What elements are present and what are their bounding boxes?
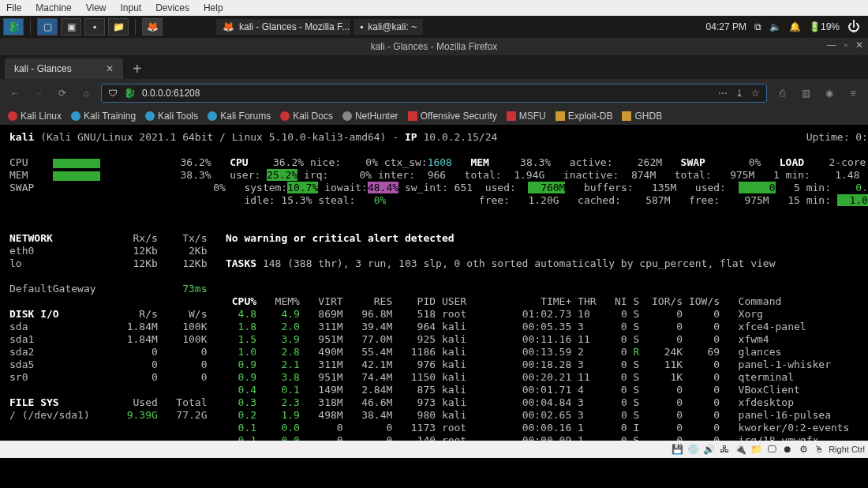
url-text: 0.0.0.0:61208 bbox=[142, 88, 200, 99]
account-icon[interactable]: ◉ bbox=[821, 88, 838, 99]
vbox-shared-folder-icon[interactable]: 📁 bbox=[750, 443, 762, 456]
forward-button[interactable]: → bbox=[30, 88, 47, 99]
vbox-status-bar: 💾 💿 🔊 🖧 🔌 📁 🖵 ⏺ ⚙ 🖱 Right Ctrl bbox=[0, 441, 868, 458]
window-title: kali - Glances - Mozilla Firefox bbox=[371, 41, 498, 52]
browser-toolbar: ← → ⟳ ⌂ 🛡 🐉 0.0.0.0:61208 ⋯ ⤓ ☆ ⎙ ▥ ◉ ≡ bbox=[0, 79, 868, 107]
reload-button[interactable]: ⟳ bbox=[54, 88, 71, 99]
tab-label: kali - Glances bbox=[14, 63, 72, 74]
glances-page: kali (Kali GNU/Linux 2021.1 64bit / Linu… bbox=[0, 125, 868, 441]
shield-icon[interactable]: 🛡 bbox=[108, 88, 118, 99]
maximize-button[interactable]: ▫ bbox=[844, 39, 847, 51]
bookmark-star-icon[interactable]: ☆ bbox=[751, 88, 760, 99]
vbox-host-key: Right Ctrl bbox=[829, 445, 865, 454]
close-button[interactable]: ✕ bbox=[855, 39, 863, 51]
save-pocket-icon[interactable]: ⤓ bbox=[735, 88, 743, 99]
kali-top-panel: 🐉 ▢ ▣ ▪ 📁 🦊 🦊 kali - Glances - Mozilla F… bbox=[0, 16, 868, 38]
bookmark-offensive-security[interactable]: Offensive Security bbox=[408, 111, 497, 122]
vbox-mouse-icon[interactable]: 🖱 bbox=[813, 443, 825, 456]
battery-icon[interactable]: 🔋19% bbox=[809, 21, 840, 32]
panel-workspace-2[interactable]: ▣ bbox=[61, 18, 81, 36]
bookmark-exploit-db[interactable]: Exploit-DB bbox=[556, 111, 613, 122]
vbox-usb-icon[interactable]: 🔌 bbox=[734, 443, 746, 456]
vbox-optical-icon[interactable]: 💿 bbox=[687, 443, 699, 456]
vbox-hdd-icon[interactable]: 💾 bbox=[671, 443, 683, 456]
page-actions-icon[interactable]: ⋯ bbox=[718, 88, 728, 99]
back-button[interactable]: ← bbox=[6, 88, 24, 99]
browser-tab[interactable]: kali - Glances ✕ bbox=[5, 58, 123, 79]
taskbar-item-terminal[interactable]: ▪ kali@kali: ~ bbox=[354, 19, 423, 35]
menu-input[interactable]: Input bbox=[121, 2, 142, 13]
minimize-button[interactable]: — bbox=[827, 39, 836, 51]
vbox-menu-bar: File Machine View Input Devices Help bbox=[0, 0, 868, 16]
clock[interactable]: 04:27 PM bbox=[706, 21, 746, 32]
vbox-recording-icon[interactable]: ⏺ bbox=[781, 443, 794, 456]
black-border bbox=[0, 458, 868, 488]
bookmarks-toolbar: Kali Linux Kali Training Kali Tools Kali… bbox=[0, 107, 868, 125]
vbox-display-icon[interactable]: 🖵 bbox=[765, 443, 778, 456]
menu-machine[interactable]: Machine bbox=[36, 2, 71, 13]
home-button[interactable]: ⌂ bbox=[77, 88, 95, 99]
bookmark-msfu[interactable]: MSFU bbox=[507, 111, 546, 122]
display-icon[interactable]: ⧉ bbox=[754, 21, 761, 32]
menu-view[interactable]: View bbox=[86, 2, 107, 13]
tab-close-icon[interactable]: ✕ bbox=[106, 63, 114, 74]
panel-firefox-icon[interactable]: 🦊 bbox=[142, 18, 163, 36]
panel-terminal-icon[interactable]: ▪ bbox=[84, 18, 105, 36]
notifications-icon[interactable]: 🔔 bbox=[789, 21, 801, 32]
new-tab-button[interactable]: + bbox=[128, 60, 147, 78]
bookmark-kali-docs[interactable]: Kali Docs bbox=[280, 111, 333, 122]
menu-file[interactable]: File bbox=[6, 2, 21, 13]
panel-workspace-1[interactable]: ▢ bbox=[37, 18, 58, 36]
bookmark-ghdb[interactable]: GHDB bbox=[622, 111, 662, 122]
bookmark-kali-training[interactable]: Kali Training bbox=[71, 111, 136, 122]
menu-devices[interactable]: Devices bbox=[155, 2, 189, 13]
site-info-icon[interactable]: 🐉 bbox=[124, 88, 136, 99]
menu-icon[interactable]: ≡ bbox=[844, 88, 862, 99]
lock-icon[interactable]: ⏻ bbox=[847, 20, 860, 34]
bookmark-kali-tools[interactable]: Kali Tools bbox=[145, 111, 198, 122]
audio-icon[interactable]: 🔈 bbox=[769, 21, 781, 32]
browser-tab-bar: kali - Glances ✕ + bbox=[0, 55, 868, 79]
menu-help[interactable]: Help bbox=[204, 2, 223, 13]
address-bar[interactable]: 🛡 🐉 0.0.0.0:61208 ⋯ ⤓ ☆ bbox=[101, 84, 767, 103]
bookmark-nethunter[interactable]: NetHunter bbox=[342, 111, 398, 122]
sidebar-icon[interactable]: ▥ bbox=[797, 88, 814, 99]
kali-logo-icon[interactable]: 🐉 bbox=[3, 18, 24, 36]
panel-files-icon[interactable]: 📁 bbox=[108, 18, 129, 36]
bookmark-kali-linux[interactable]: Kali Linux bbox=[8, 111, 62, 122]
vbox-cpu-icon[interactable]: ⚙ bbox=[797, 443, 810, 456]
window-title-bar: kali - Glances - Mozilla Firefox — ▫ ✕ bbox=[0, 38, 868, 55]
taskbar-item-firefox[interactable]: 🦊 kali - Glances - Mozilla F... bbox=[216, 19, 350, 35]
library-icon[interactable]: ⎙ bbox=[773, 88, 791, 99]
bookmark-kali-forums[interactable]: Kali Forums bbox=[208, 111, 271, 122]
system-tray: 04:27 PM ⧉ 🔈 🔔 🔋19% ⏻ bbox=[706, 20, 865, 34]
vbox-network-icon[interactable]: 🖧 bbox=[718, 443, 731, 456]
vbox-audio-icon[interactable]: 🔊 bbox=[702, 443, 715, 456]
